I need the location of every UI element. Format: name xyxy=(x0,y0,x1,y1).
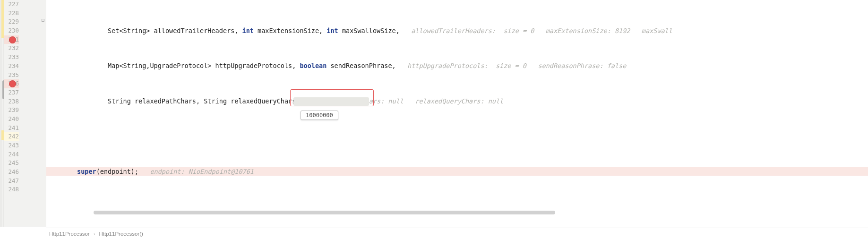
debug-value-tooltip: 10000000 xyxy=(301,111,338,120)
breakpoint-icon[interactable] xyxy=(9,36,16,43)
line-number[interactable]: 227 xyxy=(4,0,19,9)
line-number[interactable]: 248 xyxy=(4,185,19,194)
line-number[interactable]: 232 xyxy=(4,44,19,53)
code-line[interactable]: Set<String> allowedTrailerHeaders, int m… xyxy=(46,26,868,35)
line-number[interactable]: 237 xyxy=(4,88,19,97)
breadcrumb-item[interactable]: Http11Processor xyxy=(46,231,93,237)
code-area[interactable]: Set<String> allowedTrailerHeaders, int m… xyxy=(46,0,868,227)
line-number[interactable]: 234 xyxy=(4,62,19,71)
line-number[interactable]: 245 xyxy=(4,159,19,168)
line-number[interactable]: 235 xyxy=(4,71,19,80)
line-number[interactable]: 230 xyxy=(4,26,19,35)
chevron-right-icon: › xyxy=(93,231,96,237)
left-margin xyxy=(0,0,4,227)
line-number[interactable]: 238 xyxy=(4,97,19,106)
line-numbers: 227 228 229 230 231 232 233 234 235 236 … xyxy=(4,0,46,194)
line-number[interactable]: 243 xyxy=(4,141,19,150)
code-line[interactable]: super(endpoint); endpoint: NioEndpoint@1… xyxy=(46,167,868,176)
line-number[interactable]: 233 xyxy=(4,53,19,62)
inlay-hint: httpUpgradeProtocols: size = 0 sendReaso… xyxy=(396,62,627,69)
code-line[interactable]: String relaxedPathChars, String relaxedQ… xyxy=(46,97,868,106)
line-number[interactable]: 239 xyxy=(4,106,19,115)
inlay-hint: relaxedPathChars: null relaxedQueryChars… xyxy=(308,97,504,105)
line-number[interactable]: 228 xyxy=(4,9,19,18)
fold-column: ⊟ xyxy=(41,0,46,227)
line-number[interactable]: 246 xyxy=(4,168,19,177)
line-number[interactable]: 244 xyxy=(4,150,19,159)
code-line[interactable] xyxy=(46,132,868,141)
line-number[interactable]: 247 xyxy=(4,177,19,186)
code-line[interactable]: Map<String,UpgradeProtocol> httpUpgradeP… xyxy=(46,61,868,70)
gutter[interactable]: 227 228 229 230 231 232 233 234 235 236 … xyxy=(4,0,46,227)
fold-icon[interactable]: ⊟ xyxy=(41,18,45,23)
breadcrumb-item[interactable]: Http11Processor() xyxy=(96,231,146,237)
code-editor[interactable]: 227 228 229 230 231 232 233 234 235 236 … xyxy=(0,0,868,227)
horizontal-scrollbar-thumb[interactable] xyxy=(94,211,555,214)
line-number[interactable]: 242 xyxy=(4,132,19,141)
horizontal-scrollbar[interactable] xyxy=(93,210,862,215)
line-number[interactable]: 241 xyxy=(4,124,19,133)
line-number[interactable]: 229 xyxy=(4,17,19,26)
breadcrumbs[interactable]: Http11Processor › Http11Processor() xyxy=(46,228,868,239)
inlay-hint: allowedTrailerHeaders: size = 0 maxExten… xyxy=(400,27,672,34)
line-number[interactable]: 240 xyxy=(4,115,19,124)
line-number[interactable]: 236 xyxy=(4,79,19,88)
line-number[interactable]: 231 xyxy=(4,35,19,44)
inlay-hint: endpoint: NioEndpoint@10761 xyxy=(138,168,254,175)
